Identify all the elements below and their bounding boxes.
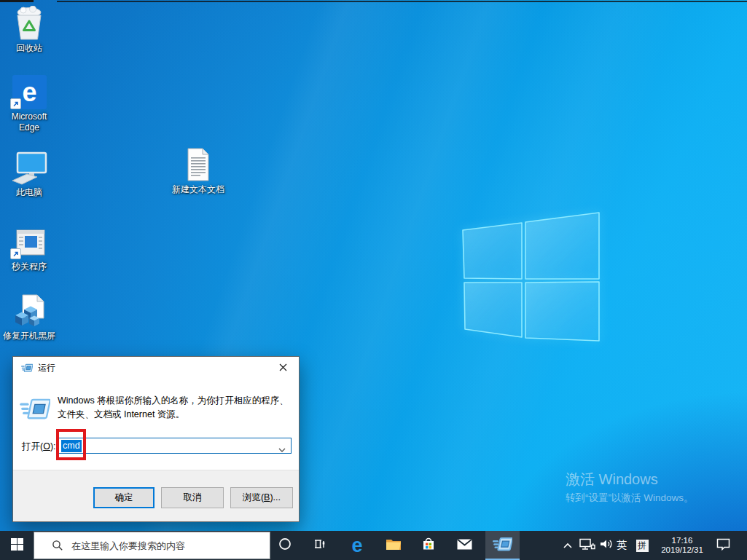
desktop-icon-label: 新建文本文档 (171, 184, 226, 195)
browse-button[interactable]: 浏览(B)... (230, 487, 293, 508)
recycle-bin-icon (1, 4, 57, 41)
ime-mode-indicator[interactable]: 拼 (633, 531, 651, 560)
top-edge-artifact (57, 1, 747, 2)
search-icon (52, 540, 63, 551)
task-view-button[interactable] (305, 531, 335, 560)
edge-taskbar-button[interactable]: e (343, 531, 372, 560)
action-center-icon (716, 538, 730, 553)
ok-button[interactable]: 确定 (93, 487, 155, 508)
desktop-icon-program[interactable]: 秒关程序 (1, 223, 57, 272)
tray-show-hidden-icons-button[interactable] (560, 531, 576, 560)
desktop-icon-new-text-document[interactable]: 新建文本文档 (171, 146, 226, 195)
mail-button[interactable] (450, 531, 479, 560)
desktop: 回收站 e Microsoft Edge 此电脑 (0, 0, 747, 560)
desktop-icon-microsoft-edge[interactable]: e Microsoft Edge (1, 73, 57, 133)
taskbar-search-box[interactable] (34, 532, 270, 559)
run-icon (493, 537, 512, 555)
activation-watermark: 激活 Windows 转到“设置”以激活 Windows。 (566, 470, 694, 504)
desktop-icon-recycle-bin[interactable]: 回收站 (1, 4, 57, 54)
close-icon (279, 363, 287, 374)
watermark-subtitle: 转到“设置”以激活 Windows。 (566, 492, 694, 504)
registry-file-icon (1, 292, 57, 328)
shortcut-arrow-icon (10, 98, 21, 109)
annotation-highlight-box (56, 429, 86, 460)
edge-icon: e (351, 536, 362, 556)
open-label: 打开(O): (22, 441, 56, 453)
ime-language-indicator[interactable]: 英 (615, 531, 628, 560)
store-icon (421, 537, 436, 554)
run-dialog-title: 运行 (38, 362, 55, 374)
taskbar-clock[interactable]: 17:16 2019/12/31 (654, 531, 710, 560)
this-pc-icon (1, 149, 57, 185)
windows-logo-wallpaper (437, 197, 627, 357)
text-document-icon (171, 146, 226, 182)
edge-icon: e (1, 73, 57, 109)
desktop-icon-fix-black-screen[interactable]: 修复开机黑屏 (1, 292, 57, 342)
mail-icon (457, 539, 472, 553)
file-explorer-icon (386, 537, 402, 553)
windows-start-icon (11, 538, 23, 553)
chevron-up-icon (563, 539, 573, 552)
top-edge-artifact (0, 0, 34, 2)
start-button[interactable] (0, 531, 34, 560)
run-command-combobox[interactable]: cmd (58, 438, 292, 454)
desktop-icon-label: 此电脑 (1, 187, 57, 198)
clock-time: 17:16 (672, 536, 693, 545)
cortana-icon (278, 537, 292, 553)
desktop-icon-label: Microsoft Edge (1, 111, 57, 133)
action-center-button[interactable] (708, 531, 738, 560)
network-icon (579, 538, 595, 553)
cancel-button[interactable]: 取消 (161, 487, 224, 508)
program-window-icon (1, 223, 57, 259)
run-taskbar-button-active[interactable] (485, 531, 520, 560)
run-icon (21, 363, 33, 373)
desktop-icon-label: 回收站 (1, 43, 57, 54)
run-icon-large (20, 398, 50, 423)
watermark-title: 激活 Windows (566, 470, 694, 488)
file-explorer-button[interactable] (379, 531, 408, 560)
cortana-button[interactable] (270, 531, 300, 560)
speaker-icon (599, 538, 614, 553)
svg-text:e: e (22, 77, 36, 107)
desktop-icon-this-pc[interactable]: 此电脑 (1, 149, 57, 198)
clock-date: 2019/12/31 (661, 545, 703, 555)
task-view-icon (313, 538, 327, 553)
microsoft-store-button[interactable] (414, 531, 443, 560)
language-label: 英 (617, 539, 627, 552)
taskbar: e (0, 531, 747, 560)
run-dialog-titlebar[interactable]: 运行 (13, 357, 299, 379)
chevron-down-icon[interactable] (278, 444, 286, 454)
network-status-button[interactable] (578, 531, 597, 560)
ime-mode-icon: 拼 (636, 540, 649, 552)
desktop-icon-label: 秒关程序 (1, 261, 57, 272)
shortcut-arrow-icon (10, 248, 21, 259)
volume-button[interactable] (598, 531, 615, 560)
search-input[interactable] (70, 540, 262, 552)
run-dialog-description: Windows 将根据你所输入的名称，为你打开相应的程序、文件夹、文档或 Int… (58, 394, 289, 422)
desktop-icon-label: 修复开机黑屏 (1, 331, 57, 342)
close-button[interactable] (267, 357, 299, 379)
